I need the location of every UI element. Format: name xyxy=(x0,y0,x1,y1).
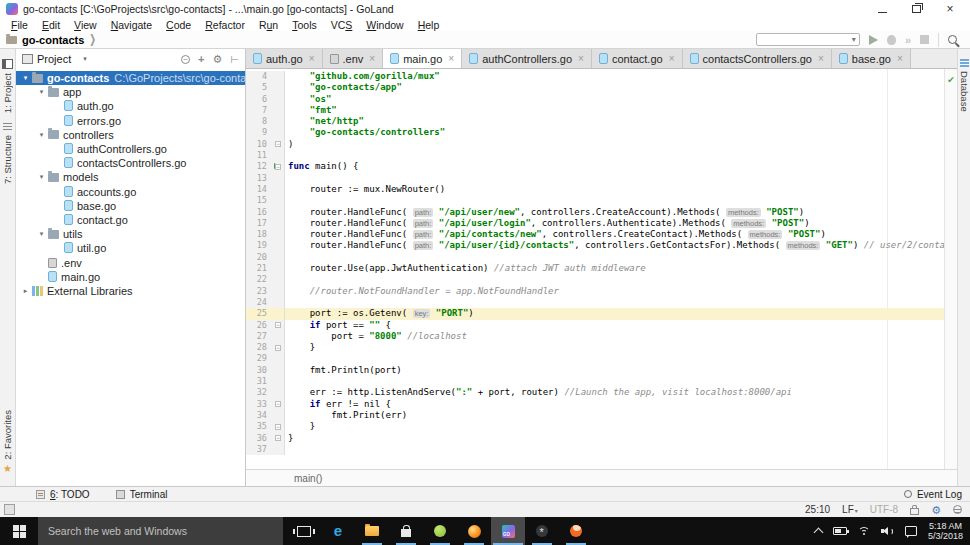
code-line-33[interactable]: 33− if err != nil { xyxy=(246,399,944,410)
code-line-6[interactable]: 6 "os" xyxy=(246,94,944,105)
goland-icon[interactable] xyxy=(491,517,525,545)
code-line-11[interactable]: 11 xyxy=(246,150,944,161)
tree-item-models[interactable]: ▾models xyxy=(16,170,245,184)
tool-tab-favorites[interactable]: 2: Favorites★ xyxy=(2,410,13,474)
code-line-23[interactable]: 23 //router.NotFoundHandler = app.NotFou… xyxy=(246,286,944,297)
tree-item-.env[interactable]: .env xyxy=(16,255,245,269)
code-line-25[interactable]: 25 port := os.Getenv( key: "PORT") xyxy=(246,308,944,319)
tree-chevron-icon[interactable]: ▸ xyxy=(20,287,31,295)
code-line-37[interactable]: 37 xyxy=(246,444,944,455)
breadcrumb-project[interactable]: go-contacts xyxy=(22,34,84,46)
tree-item-contact.go[interactable]: contact.go xyxy=(16,213,245,227)
code-line-29[interactable]: 29 xyxy=(246,353,944,364)
editor-scroll-stripe[interactable]: ✔ xyxy=(944,69,957,469)
tab-close-icon[interactable]: × xyxy=(818,53,824,64)
tree-item-accounts.go[interactable]: accounts.go xyxy=(16,185,245,199)
code-line-30[interactable]: 30 fmt.Println(port) xyxy=(246,365,944,376)
github-desktop-icon[interactable] xyxy=(525,517,559,545)
locate-file-icon[interactable]: + xyxy=(198,54,204,64)
hide-panel-icon[interactable]: ⊢ xyxy=(230,54,239,65)
tree-item-errors.go[interactable]: errors.go xyxy=(16,114,245,128)
tree-item-app[interactable]: ▾app xyxy=(16,85,245,99)
code-line-35[interactable]: 35− } xyxy=(246,421,944,432)
code-line-8[interactable]: 8 "net/http" xyxy=(246,116,944,127)
store-icon[interactable] xyxy=(389,517,423,545)
tree-item-contactscontrollers.go[interactable]: contactsControllers.go xyxy=(16,156,245,170)
gear-icon[interactable]: ⚙ xyxy=(212,54,222,65)
tree-chevron-icon[interactable]: ▾ xyxy=(36,131,47,139)
restore-button[interactable] xyxy=(910,3,922,15)
tree-chevron-icon[interactable]: ▾ xyxy=(20,74,31,82)
tab-env[interactable]: .env× xyxy=(323,49,384,68)
inspections-profile-icon[interactable] xyxy=(953,505,962,514)
tab-contact-go[interactable]: contact.go× xyxy=(592,49,683,68)
readonly-lock-icon[interactable] xyxy=(910,508,919,515)
tree-item-authcontrollers.go[interactable]: authControllers.go xyxy=(16,142,245,156)
collapse-all-icon[interactable]: − xyxy=(181,55,190,64)
tray-chevron-up-icon[interactable] xyxy=(814,528,824,538)
run-config-select[interactable]: ▾ xyxy=(756,33,860,46)
menu-file[interactable]: File xyxy=(4,19,35,31)
code-line-21[interactable]: 21 router.Use(app.JwtAuthentication) //a… xyxy=(246,263,944,274)
volume-icon[interactable] xyxy=(881,527,894,536)
code-line-17[interactable]: 17 router.HandleFunc( path: "/api/user/l… xyxy=(246,218,944,229)
code-line-12[interactable]: 12−func main() { xyxy=(246,161,944,172)
postman-icon[interactable] xyxy=(559,517,593,545)
fold-marker-icon[interactable]: − xyxy=(275,141,281,147)
tab-close-icon[interactable]: × xyxy=(369,53,375,64)
code-line-4[interactable]: 4 "github.com/gorilla/mux" xyxy=(246,71,944,82)
tree-chevron-icon[interactable]: ▾ xyxy=(36,230,47,238)
menu-vcs[interactable]: VCS xyxy=(324,19,360,31)
code-editor[interactable]: 4 "github.com/gorilla/mux"5 "go-contacts… xyxy=(246,69,944,469)
tab-contactsControllers-go[interactable]: contactsControllers.go× xyxy=(683,49,832,68)
firefox-icon[interactable] xyxy=(457,517,491,545)
code-line-28[interactable]: 28− } xyxy=(246,342,944,353)
code-line-32[interactable]: 32 err := http.ListenAndServe(":" + port… xyxy=(246,387,944,398)
breadcrumb-function[interactable]: main() xyxy=(294,473,322,484)
project-panel-title[interactable]: Project xyxy=(37,53,71,65)
code-line-34[interactable]: 34 fmt.Print(err) xyxy=(246,410,944,421)
tree-item-auth.go[interactable]: auth.go xyxy=(16,99,245,113)
menu-help[interactable]: Help xyxy=(411,19,447,31)
line-separator-widget[interactable]: LF▾ xyxy=(842,504,858,515)
code-line-9[interactable]: 9 "go-contacts/controllers" xyxy=(246,127,944,138)
menu-tools[interactable]: Tools xyxy=(285,19,324,31)
code-line-26[interactable]: 26− if port == "" { xyxy=(246,320,944,331)
taskbar-search[interactable] xyxy=(38,517,283,545)
code-line-7[interactable]: 7 "fmt" xyxy=(246,105,944,116)
tree-chevron-icon[interactable]: ▾ xyxy=(36,88,47,96)
tool-tab-project[interactable]: 1: Project xyxy=(2,59,13,113)
code-line-18[interactable]: 18 router.HandleFunc( path: "/api/contac… xyxy=(246,229,944,240)
tab-main-go[interactable]: main.go× xyxy=(383,49,462,68)
tool-tab-database[interactable]: Database xyxy=(959,59,970,112)
tree-item-go-contacts[interactable]: ▾go-contactsC:\GoProjects\src\go-contact… xyxy=(16,71,245,85)
stop-button[interactable] xyxy=(920,35,929,44)
code-line-13[interactable]: 13 xyxy=(246,173,944,184)
fold-marker-icon[interactable]: − xyxy=(275,322,281,328)
tab-close-icon[interactable]: × xyxy=(897,53,903,64)
tool-tab-structure[interactable]: 7: Structure xyxy=(2,123,13,184)
close-button[interactable]: × xyxy=(944,3,956,15)
code-line-16[interactable]: 16 router.HandleFunc( path: "/api/user/n… xyxy=(246,207,944,218)
caret-position[interactable]: 25:10 xyxy=(805,504,830,515)
code-line-20[interactable]: 20 xyxy=(246,252,944,263)
android-studio-icon[interactable] xyxy=(423,517,457,545)
wifi-icon[interactable] xyxy=(858,527,870,536)
debug-button[interactable] xyxy=(887,35,896,45)
menu-navigate[interactable]: Navigate xyxy=(104,19,159,31)
fold-marker-icon[interactable]: − xyxy=(275,345,281,351)
menu-refactor[interactable]: Refactor xyxy=(198,19,252,31)
menu-run[interactable]: Run xyxy=(252,19,285,31)
code-line-27[interactable]: 27 port = "8000" //localhost xyxy=(246,331,944,342)
menu-edit[interactable]: Edit xyxy=(35,19,67,31)
tab-auth-go[interactable]: auth.go× xyxy=(246,49,323,68)
code-line-24[interactable]: 24 xyxy=(246,297,944,308)
battery-icon[interactable] xyxy=(833,527,847,535)
run-button[interactable] xyxy=(869,35,878,45)
notifications-icon[interactable] xyxy=(905,526,917,536)
fold-marker-icon[interactable]: − xyxy=(275,435,281,441)
code-line-5[interactable]: 5 "go-contacts/app" xyxy=(246,82,944,93)
code-line-19[interactable]: 19 router.HandleFunc( path: "/api/user/{… xyxy=(246,240,944,251)
minimize-button[interactable] xyxy=(876,3,888,15)
code-line-22[interactable]: 22 xyxy=(246,274,944,285)
